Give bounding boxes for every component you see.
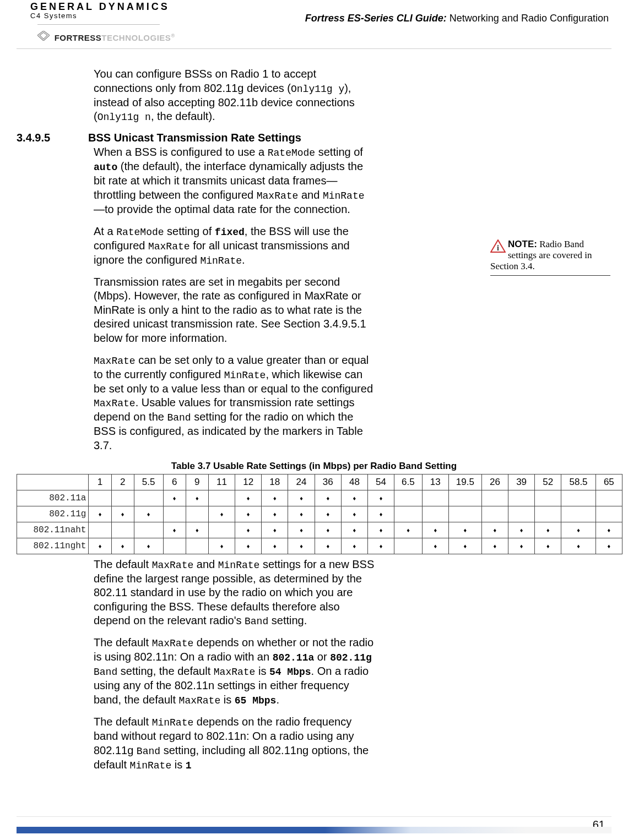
code: RateMode [268, 148, 315, 159]
table-body: 802.11a♦♦♦♦♦♦♦♦802.11g♦♦♦♦♦♦♦♦♦♦802.11na… [17, 490, 622, 554]
table-header-row: 125.569111218243648546.51319.526395258.5… [17, 474, 622, 490]
empty-cell [89, 522, 111, 538]
table-caption: Table 3.7 Usable Rate Settings (in Mbps)… [17, 461, 611, 472]
table-row: 802.11a♦♦♦♦♦♦♦♦ [17, 490, 622, 506]
page-title-section: Networking and Radio Configuration [447, 13, 609, 24]
empty-cell [535, 506, 561, 522]
table-header-cell: 52 [535, 474, 561, 490]
empty-cell [394, 538, 423, 554]
empty-cell [561, 490, 595, 506]
shield-icon [37, 31, 50, 42]
text: setting of [315, 146, 363, 158]
footer-bar [17, 827, 325, 833]
code: MinRate [224, 370, 266, 381]
supported-mark: ♦ [341, 506, 367, 522]
table-header-cell: 11 [208, 474, 235, 490]
rate-table: 125.569111218243648546.51319.526395258.5… [17, 474, 622, 554]
supported-mark: ♦ [422, 538, 448, 554]
text: . [276, 694, 279, 706]
text: setting, the default [117, 665, 214, 677]
empty-cell [535, 490, 561, 506]
code: MaxRate [148, 241, 190, 252]
text: and [298, 189, 322, 201]
text: setting of [164, 225, 215, 237]
table-header-cell: 26 [481, 474, 508, 490]
supported-mark: ♦ [163, 522, 186, 538]
table-header-cell: 6.5 [394, 474, 423, 490]
section-title: BSS Unicast Transmission Rate Settings [88, 132, 301, 144]
product-logo-bold: FORTRESS [55, 33, 102, 42]
supported-mark: ♦ [235, 538, 262, 554]
supported-mark: ♦ [367, 506, 394, 522]
supported-mark: ♦ [89, 506, 111, 522]
supported-mark: ♦ [235, 522, 262, 538]
supported-mark: ♦ [448, 522, 481, 538]
text: is [220, 694, 235, 706]
empty-cell [448, 490, 481, 506]
text: setting. [268, 614, 307, 626]
text: The default [94, 636, 152, 648]
supported-mark: ♦ [89, 538, 111, 554]
supported-mark: ♦ [561, 522, 595, 538]
code: Band [137, 746, 160, 757]
table-header-cell: 5.5 [134, 474, 163, 490]
text: and [193, 558, 218, 570]
empty-cell [448, 506, 481, 522]
table-header-cell: 6 [163, 474, 186, 490]
supported-mark: ♦ [315, 522, 341, 538]
empty-cell [111, 522, 134, 538]
supported-mark: ♦ [561, 538, 595, 554]
vendor-logo: GENERAL DYNAMICS C4 Systems [30, 1, 170, 20]
supported-mark: ♦ [186, 490, 208, 506]
text: is [171, 759, 186, 771]
supported-mark: ♦ [111, 538, 134, 554]
table-header-cell: 12 [235, 474, 262, 490]
code: fixed [215, 227, 245, 238]
text: or [314, 651, 330, 663]
table-header-cell: 48 [341, 474, 367, 490]
table-row-label: 802.11g [17, 506, 89, 522]
supported-mark: ♦ [481, 538, 508, 554]
table-row-label: 802.11naht [17, 522, 89, 538]
empty-cell [481, 506, 508, 522]
code: Band [167, 412, 191, 423]
code: MaxRate [257, 190, 299, 201]
table-header-cell: 36 [315, 474, 341, 490]
supported-mark: ♦ [341, 538, 367, 554]
footer-bar-gradient [325, 827, 611, 833]
table-row-label: 802.11a [17, 490, 89, 506]
reg-mark: ® [171, 33, 175, 39]
supported-mark: ♦ [367, 522, 394, 538]
text: —to provide the optimal data rate for th… [94, 203, 350, 215]
vendor-logo-line2: C4 Systems [30, 12, 170, 20]
supported-mark: ♦ [262, 506, 288, 522]
empty-cell [163, 506, 186, 522]
supported-mark: ♦ [367, 490, 394, 506]
text: You can configure BSSs on Radio 1 to acc… [94, 68, 316, 94]
page-header: GENERAL DYNAMICS C4 Systems FORTRESSTECH… [0, 0, 628, 50]
empty-cell [394, 506, 423, 522]
product-logo-light: TECHNOLOGIES [101, 33, 171, 42]
content-area: You can configure BSSs on Radio 1 to acc… [0, 50, 628, 772]
header-rule [17, 48, 611, 49]
text: At a [94, 225, 116, 237]
supported-mark: ♦ [481, 522, 508, 538]
code: 1 [186, 760, 192, 771]
empty-cell [595, 506, 622, 522]
code: 65 Mbps [235, 695, 277, 706]
table-header-cell: 24 [288, 474, 315, 490]
table-row-label: 802.11nght [17, 538, 89, 554]
empty-cell [422, 490, 448, 506]
code: MaxRate [94, 398, 136, 409]
empty-cell [134, 490, 163, 506]
supported-mark: ♦ [235, 490, 262, 506]
section-heading: 3.4.9.5BSS Unicast Transmission Rate Set… [17, 132, 611, 144]
empty-cell [186, 538, 208, 554]
empty-cell [595, 490, 622, 506]
footer-rule [17, 816, 611, 817]
supported-mark: ♦ [341, 522, 367, 538]
supported-mark: ♦ [262, 490, 288, 506]
supported-mark: ♦ [134, 538, 163, 554]
table-header-cell: 9 [186, 474, 208, 490]
svg-text:i: i [497, 244, 499, 252]
